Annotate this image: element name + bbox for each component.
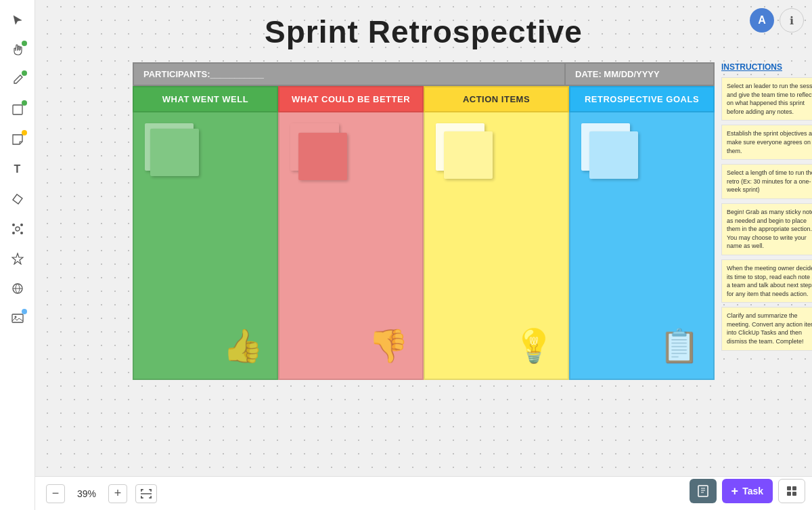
instruction-1: Select an leader to run the session and … <box>721 77 812 121</box>
svg-point-2 <box>12 224 15 226</box>
col-header-went-well: WHAT WENT WELL <box>133 86 278 112</box>
zoom-out-button[interactable]: − <box>46 484 65 503</box>
svg-point-3 <box>20 224 23 226</box>
column-headers: WHAT WENT WELL WHAT COULD BE BETTER ACTI… <box>133 86 715 112</box>
svg-rect-8 <box>12 314 23 322</box>
svg-point-9 <box>14 316 16 318</box>
svg-point-5 <box>20 232 23 234</box>
columns-body: 👍 👎 💡 📋 <box>133 112 715 380</box>
svg-rect-14 <box>792 492 796 496</box>
col-body-retro-goals: 📋 <box>569 112 715 380</box>
pen-tool[interactable] <box>5 68 30 92</box>
main-canvas: Sprint Retrospective PARTICIPANTS:______… <box>35 0 812 476</box>
fit-screen-button[interactable] <box>135 484 157 503</box>
page-title: Sprint Retrospective <box>265 14 583 50</box>
col-header-action-items: ACTION ITEMS <box>424 86 569 112</box>
plus-icon: + <box>731 484 739 498</box>
col-body-could-be-better: 👎 <box>278 112 424 380</box>
component-tool[interactable] <box>5 217 30 241</box>
globe-tool[interactable] <box>5 276 30 301</box>
sticky-note-4[interactable] <box>298 133 347 180</box>
task-button-label: Task <box>742 486 763 496</box>
sticky-note-8[interactable] <box>589 131 638 179</box>
svg-rect-0 <box>13 105 22 114</box>
sticky-note-2[interactable] <box>150 129 199 176</box>
svg-rect-10 <box>698 486 708 496</box>
cursor-tool[interactable] <box>5 8 30 33</box>
shape-tool[interactable] <box>5 98 30 122</box>
col-header-retro-goals: RETROSPECTIVE GOALS <box>569 86 715 112</box>
instruction-2: Establish the sprint objectives and make… <box>721 125 812 160</box>
ruler-tool[interactable] <box>5 187 30 211</box>
board-container: PARTICIPANTS:___________ DATE: MM/DD/YYY… <box>133 62 715 380</box>
ai-tool[interactable] <box>5 247 30 271</box>
info-button[interactable]: ℹ <box>780 8 804 33</box>
add-task-button[interactable]: + Task <box>722 479 773 503</box>
col-body-went-well: 👍 <box>133 112 278 380</box>
svg-rect-11 <box>787 486 791 490</box>
bottom-right-actions: + Task <box>690 479 805 503</box>
sticky-note-6[interactable] <box>444 131 493 179</box>
svg-point-1 <box>16 227 20 231</box>
instructions-panel: INSTRUCTIONS Select an leader to run the… <box>721 62 812 355</box>
top-right-area: A ℹ <box>750 8 804 33</box>
instruction-3: Select a length of time to run the retro… <box>721 164 812 199</box>
left-toolbar: T <box>0 0 35 510</box>
svg-rect-12 <box>792 486 796 490</box>
participants-field[interactable]: PARTICIPANTS:___________ <box>133 62 566 86</box>
zoom-in-button[interactable]: + <box>108 484 127 503</box>
grid-view-button[interactable] <box>778 479 805 503</box>
col-header-could-be-better: WHAT COULD BE BETTER <box>278 86 424 112</box>
date-field[interactable]: DATE: MM/DD/YYYY <box>566 62 715 86</box>
instructions-title[interactable]: INSTRUCTIONS <box>721 62 812 72</box>
hand-tool[interactable] <box>5 38 30 62</box>
text-tool[interactable]: T <box>5 157 30 182</box>
col-body-action-items: 💡 <box>424 112 569 380</box>
thumbs-up-icon: 👍 <box>223 327 263 365</box>
svg-rect-13 <box>787 492 791 496</box>
instruction-4: Begin! Grab as many sticky notes as need… <box>721 203 812 255</box>
clipboard-icon: 📋 <box>659 327 700 365</box>
sticky-note-tool[interactable] <box>5 127 30 152</box>
avatar[interactable]: A <box>750 8 774 33</box>
svg-point-4 <box>12 232 15 234</box>
zoom-level-display: 39% <box>73 488 100 499</box>
image-tool[interactable] <box>5 306 30 331</box>
instruction-6: Clarify and summarize the meeting. Conve… <box>721 307 812 350</box>
thumbs-down-icon: 👎 <box>368 327 409 365</box>
lightbulb-icon: 💡 <box>514 327 554 365</box>
meta-row: PARTICIPANTS:___________ DATE: MM/DD/YYY… <box>133 62 715 86</box>
instruction-5: When the meeting owner decides its time … <box>721 259 812 303</box>
document-button[interactable] <box>690 479 717 503</box>
svg-marker-6 <box>12 253 23 264</box>
